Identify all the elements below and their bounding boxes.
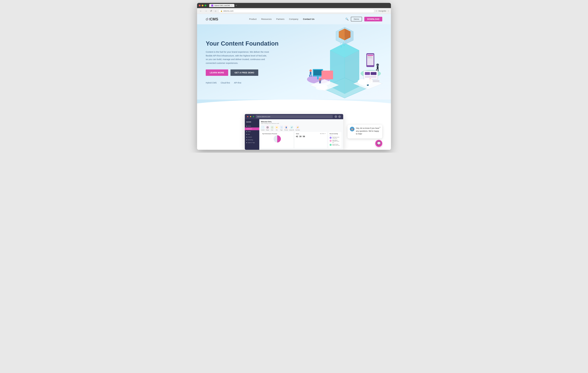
dash-recent-title: Recent Activity: [330, 133, 340, 135]
wave-divider: [197, 100, 391, 108]
activity-text-1: Nellie Martin submitted content item: [332, 140, 340, 143]
dash-icon-vanity-label: Vanity URL: [289, 129, 294, 131]
dash-sidebar: dotCMS Home Dashboard Tasks: [245, 119, 259, 150]
site-logo[interactable]: d●tCMS: [206, 17, 218, 21]
chat-widget: ✕ 🤖 Hey, let us know if you have any que…: [347, 125, 382, 147]
activity-item-0: Ada Frank added content item: [330, 137, 340, 139]
svg-rect-23: [368, 56, 372, 57]
dash-icon-row: 📄 Content 🔲 Widget 📋 Form: [261, 125, 341, 131]
svg-rect-48: [340, 43, 341, 44]
dash-tasks-area: Tasks My Tasks ▼ 42 30 58: [295, 132, 327, 148]
nav-dot-marketing: [246, 139, 247, 140]
browser-tab-active[interactable]: Hybrid CMS | dotCMS ✕: [209, 4, 234, 7]
dash-nav-home[interactable]: Home: [245, 125, 259, 127]
chat-fab-button[interactable]: 💬: [375, 140, 382, 147]
dash-url-bar: demo.dotcms.com: [256, 115, 333, 118]
dash-tl-yellow: [250, 116, 251, 117]
task-numbers: 42 30 58: [296, 135, 326, 138]
download-button[interactable]: DOWNLOAD: [364, 17, 382, 21]
nav-partners[interactable]: Partners: [276, 18, 284, 20]
address-bar[interactable]: 🔒 dotcms.com: [218, 9, 375, 13]
nav-product[interactable]: Product: [249, 18, 257, 20]
tab-close-icon[interactable]: ✕: [231, 5, 232, 6]
logo-t-text: t: [209, 17, 210, 21]
new-tab-button[interactable]: +: [235, 4, 238, 7]
star-icon[interactable]: ☆: [376, 10, 377, 12]
dash-icon-keyvalue[interactable]: 🔑 Key/Value: [295, 125, 300, 131]
nav-company[interactable]: Company: [289, 18, 298, 20]
dashboard-browser-header: demo.dotcms.com: [245, 114, 343, 119]
dash-icon-content-label: Content: [261, 129, 265, 131]
traffic-light-minimize[interactable]: [202, 5, 203, 6]
toolbar-right: ☆ Incognito ⋮: [376, 10, 389, 12]
dash-icon-vanity[interactable]: 🔗 Vanity URL: [289, 125, 294, 131]
svg-rect-46: [343, 42, 344, 43]
forward-button[interactable]: →: [204, 10, 208, 13]
chat-close-button[interactable]: ✕: [379, 126, 381, 129]
task-num-0: 42: [296, 135, 298, 138]
free-demo-button[interactable]: GET A FREE DEMO: [231, 69, 258, 76]
hero-tag-0: Hybrid CMS: [206, 82, 217, 84]
dash-chart-area: Top Performance Personas: [261, 132, 293, 148]
dash-icon-file-label: File: [276, 129, 277, 131]
tab-favicon: [211, 4, 213, 7]
site-navigation: d●tCMS Product Resources Partners Compan…: [197, 14, 391, 24]
dash-nav-tasks[interactable]: Tasks: [245, 130, 259, 133]
dashboard-body: dotCMS Home Dashboard Tasks: [245, 119, 343, 150]
hero-tags: Hybrid CMS Cloud-first API-first: [206, 82, 279, 84]
dash-icon-widget-box: 🔲: [266, 125, 269, 129]
task-num-1: 30: [299, 135, 302, 138]
activity-date: May 29: [330, 135, 340, 136]
svg-point-25: [376, 63, 379, 66]
dash-logo-area: dotCMS: [245, 120, 259, 124]
hero-illustration: [298, 27, 385, 100]
dash-nav-marketing[interactable]: Marketing: [245, 138, 259, 141]
chat-avatar-row: 🤖 Hey, let us know if you have any quest…: [350, 127, 380, 135]
dash-nav-dashboard[interactable]: Dashboard: [245, 127, 259, 130]
hero-tag-2: API-first: [234, 82, 241, 84]
traffic-light-close[interactable]: [199, 5, 200, 6]
reload-button[interactable]: ↺: [209, 9, 213, 13]
dash-icon-persona[interactable]: 👤 Persona: [284, 125, 288, 131]
url-text: dotcms.com: [223, 10, 233, 12]
svg-rect-13: [314, 70, 322, 75]
back-button[interactable]: ←: [199, 10, 203, 13]
dash-recent-activity: Recent Activity May 29 Ada Frank added c…: [328, 132, 341, 148]
nav-dot-types: [246, 142, 247, 143]
home-button[interactable]: ⌂: [214, 10, 217, 13]
menu-icon[interactable]: ⋮: [387, 10, 389, 12]
dash-welcome-subtitle: Start creating some awesome stuff!: [261, 123, 341, 124]
dash-tl-red: [247, 116, 248, 117]
browser-tab-area: Hybrid CMS | dotCMS ✕ +: [209, 4, 238, 7]
svg-rect-51: [344, 45, 344, 46]
dash-nav-types[interactable]: Types & Tags: [245, 141, 259, 144]
dashboard-section: demo.dotcms.com dotCMS: [197, 108, 391, 150]
svg-rect-18: [311, 75, 312, 77]
dash-icon-page[interactable]: 🗒️ Page: [280, 125, 283, 131]
dash-icon-form[interactable]: 📋 Form: [270, 125, 274, 131]
dash-nav-site[interactable]: Site: [245, 133, 259, 136]
dash-icon-widget[interactable]: 🔲 Widget: [266, 125, 269, 131]
nav-contact[interactable]: Contact Us: [303, 18, 315, 20]
search-button[interactable]: 🔍: [345, 18, 348, 21]
dash-icon-content[interactable]: 📄 Content: [261, 125, 265, 131]
dash-icon-form-box: 📋: [270, 125, 274, 129]
svg-rect-30: [322, 71, 333, 79]
hero-content: Your Content Foundation Content is the f…: [206, 40, 279, 84]
lock-icon: 🔒: [220, 10, 222, 12]
dash-icon-vanity-box: 🔗: [290, 125, 294, 129]
dash-icon-page-box: 🗒️: [280, 125, 283, 129]
dash-tl-green: [253, 116, 254, 117]
dash-icon-file[interactable]: 📁 File: [275, 125, 279, 131]
dash-nav-content[interactable]: Content: [245, 136, 259, 138]
demo-button[interactable]: Demo: [351, 17, 362, 21]
svg-rect-16: [310, 72, 312, 75]
traffic-light-maximize[interactable]: [205, 5, 206, 6]
nav-resources[interactable]: Resources: [261, 18, 272, 20]
nav-actions: 🔍 Demo DOWNLOAD: [345, 17, 382, 21]
learn-more-button[interactable]: LEARN MORE: [206, 69, 228, 76]
dash-tasks-filter[interactable]: My Tasks ▼: [320, 133, 326, 135]
activity-item-2: Ember Gunner added content item: [330, 144, 340, 146]
svg-rect-17: [309, 75, 310, 77]
svg-rect-49: [346, 40, 346, 41]
